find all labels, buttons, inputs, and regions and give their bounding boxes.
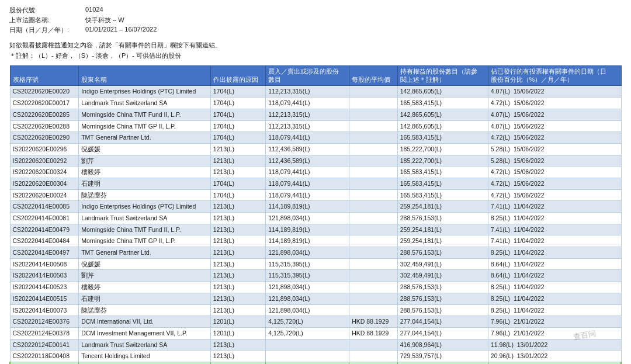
- cell-avg-price: [349, 201, 397, 213]
- table-row: CS20220620E00285Morningside China TMT Fu…: [10, 109, 621, 120]
- note-line1: 如欲觀看披露權益通知之內容，請於「有關事件的日期」欄按下有關連結。: [9, 40, 622, 51]
- cell-pct-date: 7.41(L) 11/04/2022: [488, 201, 621, 213]
- cell-name: Landmark Trust Switzerland SA: [79, 213, 211, 224]
- cell-name: Landmark Trust Switzerland SA: [79, 339, 211, 351]
- cell-name: DCM International VII, Ltd.: [79, 316, 211, 328]
- cell-name: Indigo Enterprises Holdings (PTC) Limite…: [79, 86, 211, 98]
- cell-id: IS20220414E00515: [10, 293, 79, 304]
- cell-reason: 1213(L): [210, 270, 266, 282]
- cell-pct-date: 8.64(L) 11/04/2022: [488, 270, 621, 282]
- cell-name: Indigo Enterprises Holdings (PTC) Limite…: [79, 201, 211, 213]
- cell-shares-traded: 112,436,589(L): [266, 155, 349, 167]
- cell-shares-held: 729,539,757(L): [397, 351, 488, 362]
- cell-reason: 1213(L): [210, 247, 266, 259]
- cell-shares-held: 165,583,415(L): [397, 98, 488, 109]
- cell-pct-date: 4.72(L) 15/06/2022: [488, 167, 621, 178]
- cell-shares-held: 185,222,700(L): [397, 155, 488, 167]
- cell-pct-date: 8.25(L) 11/04/2022: [488, 293, 621, 304]
- cell-reason: 1213(L): [210, 143, 266, 155]
- col-header-name: 股東名稱: [79, 66, 211, 86]
- cell-id: CS20220620E00020: [10, 86, 79, 98]
- cell-shares-traded: 112,213,315(L): [266, 86, 349, 98]
- cell-reason: 1213(L): [210, 362, 266, 364]
- cell-shares-traded: 121,898,034(L): [266, 247, 349, 259]
- cell-shares-traded: 118,079,441(L): [266, 98, 349, 109]
- cell-id: CS20220414E00484: [10, 235, 79, 247]
- cell-pct-date: 8.25(L) 11/04/2022: [488, 304, 621, 316]
- cell-shares-held: 142,865,605(L): [397, 86, 488, 98]
- cell-reason: 1213(L): [210, 258, 266, 270]
- cell-name: Morningside China TMT GP II, L.P.: [79, 120, 211, 132]
- cell-id: IS20220620E00296: [10, 143, 79, 155]
- cell-shares-held: 277,044,154(L): [397, 316, 488, 328]
- stock-code-label: 股份代號:: [9, 6, 85, 15]
- cell-pct-date: 4.07(L) 15/06/2022: [488, 120, 621, 132]
- cell-reason: 1704(L): [210, 86, 266, 98]
- table-row: IS20220414E00523樓毅婷1213(L)121,898,034(L)…: [10, 282, 621, 293]
- cell-id: CS20220620E00017: [10, 98, 79, 109]
- disclosure-table: 表格序號 股東名稱 作出披露的原因 買入／賣出或涉及的股份數目 每股的平均價 持…: [9, 65, 622, 364]
- table-row: CS20220620E00017Landmark Trust Switzerla…: [10, 98, 621, 109]
- cell-reason: 1213(L): [210, 155, 266, 167]
- table-row: IS20220620E00296倪媛媛1213(L)112,436,589(L)…: [10, 143, 621, 155]
- cell-name: Morningside China TMT Fund II, L.P.: [79, 224, 211, 235]
- cell-reason: 1213(L): [210, 293, 266, 304]
- cell-pct-date: 8.25(L) 11/04/2022: [488, 247, 621, 259]
- cell-avg-price: [349, 247, 397, 259]
- table-row: CS20220414E00497TMT General Partner Ltd.…: [10, 247, 621, 259]
- cell-shares-traded: 112,213,315(L): [266, 109, 349, 120]
- cell-avg-price: [349, 304, 397, 316]
- table-row: CS20220414E00479Morningside China TMT Fu…: [10, 224, 621, 235]
- cell-pct-date: 20.96(L) 13/01/2022: [488, 351, 621, 362]
- cell-avg-price: [349, 235, 397, 247]
- stock-code-value: 01024: [85, 6, 103, 15]
- cell-name: 劉芹: [79, 155, 211, 167]
- cell-pct-date: 4.72(L) 15/06/2022: [488, 189, 621, 201]
- cell-avg-price: [349, 362, 397, 364]
- cell-shares-traded: 112,436,589(L): [266, 143, 349, 155]
- cell-shares-traded: 4,125,720(L): [266, 316, 349, 328]
- cell-shares-traded: 121,898,034(L): [266, 293, 349, 304]
- cell-shares-held: 165,583,415(L): [397, 178, 488, 189]
- cell-pct-date: 4.07(L) 15/06/2022: [488, 86, 621, 98]
- cell-avg-price: [349, 351, 397, 362]
- cell-shares-held: 277,044,154(L): [397, 327, 488, 339]
- cell-pct-date: 8.64(L) 11/04/2022: [488, 258, 621, 270]
- cell-reason: 1201(L): [210, 327, 266, 339]
- cell-pct-date: 7.96(L) 21/01/2022: [488, 316, 621, 328]
- cell-shares-held: 259,254,181(L): [397, 235, 488, 247]
- cell-avg-price: [349, 293, 397, 304]
- cell-shares-traded: 112,213,315(L): [266, 120, 349, 132]
- cell-shares-traded: 121,898,034(L): [266, 282, 349, 293]
- table-row: CS20220414E00081Landmark Trust Switzerla…: [10, 213, 621, 224]
- cell-id: CS20220414E00497: [10, 247, 79, 259]
- cell-name: Landmark Trust Switzerland SA: [79, 98, 211, 109]
- table-row: IS20220414E00503劉芹1213(L)115,315,395(L)3…: [10, 270, 621, 282]
- cell-reason: 1704(L): [210, 178, 266, 189]
- table-row: IS20220414E00515石建明1213(L)121,898,034(L)…: [10, 293, 621, 304]
- cell-avg-price: [349, 120, 397, 132]
- cell-reason: 1213(L): [210, 201, 266, 213]
- cell-reason: 1213(L): [210, 339, 266, 351]
- cell-pct-date: 7.96(L) 21/01/2022: [488, 327, 621, 339]
- cell-avg-price: [349, 155, 397, 167]
- cell-reason: 1704(L): [210, 132, 266, 144]
- table-row: CS20220124E00141Landmark Trust Switzerla…: [10, 339, 621, 351]
- cell-id: CS20220128E00282: [10, 362, 79, 364]
- table-row: IS20220414E00508倪媛媛1213(L)115,315,395(L)…: [10, 258, 621, 270]
- cell-shares-traded: 4,125,720(L): [266, 327, 349, 339]
- cell-reason: 1704(L): [210, 109, 266, 120]
- cell-name: 倪媛媛: [79, 258, 211, 270]
- cell-pct-date: 8.25(L) 11/04/2022: [488, 213, 621, 224]
- table-row: CS20220620E00288Morningside China TMT GP…: [10, 120, 621, 132]
- cell-reason: 1201(L): [210, 316, 266, 328]
- cell-pct-date: 8.25(L) 11/04/2022: [488, 282, 621, 293]
- col-header-reason: 作出披露的原因: [210, 66, 266, 86]
- cell-shares-held: 288,576,153(L): [397, 213, 488, 224]
- cell-shares-traded: 118,079,441(L): [266, 189, 349, 201]
- cell-shares-traded: [266, 339, 349, 351]
- col-header-shares-held: 持有權益的股份數目（請參閱上述＊註解）: [397, 66, 488, 86]
- cell-shares-held: 288,576,153(L): [397, 304, 488, 316]
- cell-shares-held: 288,576,153(L): [397, 247, 488, 259]
- cell-reason: 1213(L): [210, 351, 266, 362]
